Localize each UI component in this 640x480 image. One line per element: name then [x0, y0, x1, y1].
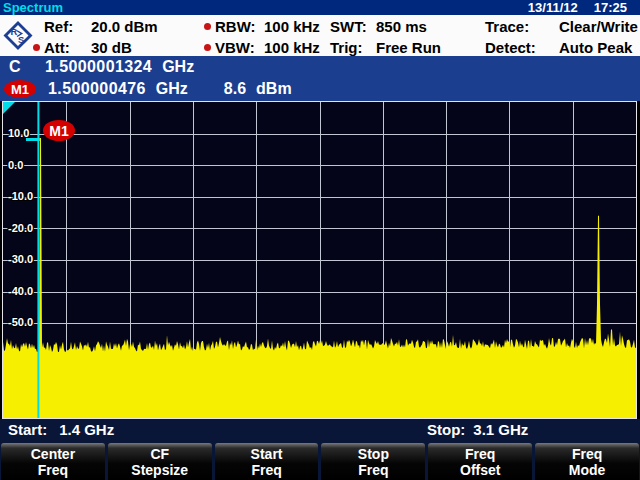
- marker1-level-value: 8.6: [224, 80, 246, 98]
- attenuation-setting: Att: 30 dB: [33, 37, 158, 57]
- freq-range-bar: Start:1.4 GHz Stop:3.1 GHz: [0, 419, 640, 441]
- svg-text:R: R: [10, 26, 17, 37]
- trace-mode-setting: Trace: Clear/Write: [485, 16, 638, 36]
- trace-corner-icon: [3, 102, 15, 114]
- datetime: 13/11/12 17:25: [528, 0, 627, 15]
- marker1-level-tick: [26, 138, 40, 141]
- softkey-center-freq[interactable]: Center Freq: [1, 443, 105, 480]
- bullet-icon: [204, 44, 211, 51]
- y-axis-label: 0.0: [8, 158, 44, 172]
- settings-col-amplitude: Ref: 20.0 dBm Att: 30 dB: [33, 15, 158, 56]
- softkey-bar: Center Freq CF Stepsize Start Freq Stop …: [0, 441, 640, 480]
- marker-readout-bar: C 1.5000001324 GHz M1 1.500000476 GHz 8.…: [0, 56, 640, 101]
- vbw-setting: VBW: 100 kHz: [204, 37, 320, 57]
- sweep-time-setting: SWT: 850 ms: [330, 16, 441, 36]
- detector-value: Auto Peak: [559, 39, 632, 56]
- trigger-setting: Trig: Free Run: [330, 37, 441, 57]
- center-freq-id: C: [0, 58, 44, 76]
- softkey-stop-freq[interactable]: Stop Freq: [321, 443, 425, 480]
- bullet-icon: [33, 44, 40, 51]
- softkey-start-freq[interactable]: Start Freq: [215, 443, 319, 480]
- marker1-level-unit: dBm: [256, 80, 292, 98]
- start-freq-readout: Start:1.4 GHz: [8, 421, 114, 438]
- spectrum-plot: 10.0 0.0 -10.0 -20.0 -30.0 -40.0 -50.0 M…: [2, 101, 637, 419]
- rohde-schwarz-logo: R S: [2, 18, 34, 53]
- softkey-freq-mode[interactable]: Freq Mode: [535, 443, 639, 480]
- attenuation-value: 30 dB: [91, 39, 132, 56]
- settings-col-trace: Trace: Clear/Write Detect: Auto Peak: [485, 15, 638, 56]
- center-freq-value: 1.5000001324: [45, 58, 152, 76]
- y-axis-label: -20.0: [8, 221, 44, 235]
- rbw-value: 100 kHz: [264, 18, 320, 35]
- bullet-icon: [204, 23, 211, 30]
- vbw-value: 100 kHz: [264, 39, 320, 56]
- center-freq-unit: GHz: [162, 58, 194, 76]
- ref-level-setting: Ref: 20.0 dBm: [33, 16, 158, 36]
- settings-strip: R S Ref: 20.0 dBm Att: 30 dB RBW: 100 kH…: [0, 15, 640, 56]
- softkey-freq-offset[interactable]: Freq Offset: [428, 443, 532, 480]
- date-label: 13/11/12: [528, 0, 578, 15]
- settings-col-bandwidth: RBW: 100 kHz VBW: 100 kHz: [204, 15, 320, 56]
- y-axis-label: -30.0: [8, 252, 44, 266]
- ref-level-value: 20.0 dBm: [91, 18, 158, 35]
- softkey-cf-stepsize[interactable]: CF Stepsize: [108, 443, 212, 480]
- y-axis-label: -40.0: [8, 284, 44, 298]
- marker1-freq-unit: GHz: [156, 80, 188, 98]
- settings-col-sweep: SWT: 850 ms Trig: Free Run: [330, 15, 441, 56]
- trace-canvas: [3, 102, 636, 418]
- center-freq-row: C 1.5000001324 GHz: [0, 56, 640, 78]
- mode-title: Spectrum: [3, 0, 63, 15]
- detector-setting: Detect: Auto Peak: [485, 37, 638, 57]
- sweep-time-value: 850 ms: [376, 18, 427, 35]
- trace-mode-value: Clear/Write: [559, 18, 638, 35]
- title-bar: Spectrum 13/11/12 17:25: [0, 0, 640, 15]
- stop-freq-value: 3.1 GHz: [473, 421, 528, 438]
- time-label: 17:25: [594, 0, 627, 15]
- marker1-flag[interactable]: M1: [43, 120, 75, 141]
- marker1-freq-value: 1.500000476: [48, 80, 146, 98]
- spectrum-analyzer-screen: Spectrum 13/11/12 17:25 R S Ref: 20.0 dB…: [0, 0, 640, 480]
- rbw-setting: RBW: 100 kHz: [204, 16, 320, 36]
- trigger-value: Free Run: [376, 39, 441, 56]
- marker1-badge[interactable]: M1: [4, 80, 36, 98]
- stop-freq-readout: Stop:3.1 GHz: [427, 421, 528, 438]
- start-freq-value: 1.4 GHz: [59, 421, 114, 438]
- y-axis-label: -50.0: [8, 315, 44, 329]
- y-axis-label: -10.0: [8, 189, 44, 203]
- marker1-row: M1 1.500000476 GHz 8.6 dBm: [0, 78, 640, 100]
